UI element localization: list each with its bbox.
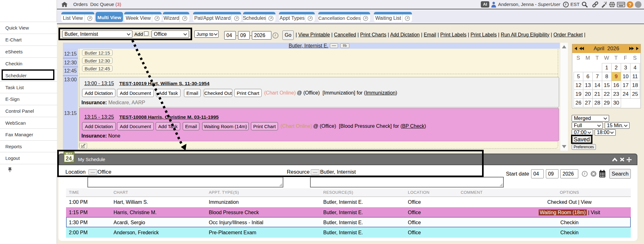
svg-text:24: 24 <box>66 155 72 162</box>
svg-text:MAY: MAY <box>66 152 72 155</box>
